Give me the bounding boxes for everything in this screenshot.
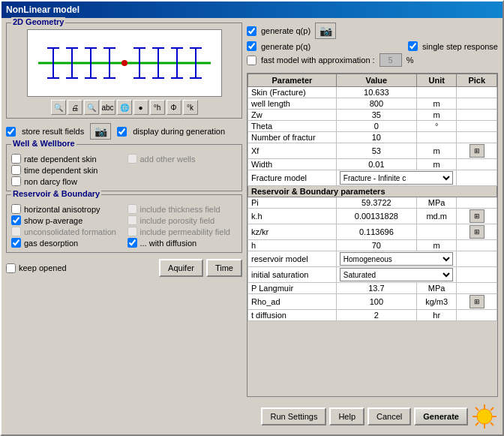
include-porosity-checkbox[interactable] bbox=[128, 215, 137, 225]
value-cell[interactable] bbox=[336, 240, 416, 251]
value-cell[interactable] bbox=[336, 224, 416, 240]
svg-line-31 bbox=[476, 407, 478, 410]
store-fields-checkbox[interactable] bbox=[6, 127, 16, 137]
generate-qp-label: generate q(p) bbox=[261, 26, 310, 35]
unit-cell: m bbox=[416, 159, 457, 170]
run-settings-button[interactable]: Run Settings bbox=[261, 407, 326, 425]
pick-cell bbox=[457, 251, 497, 267]
value-cell[interactable] bbox=[336, 209, 416, 224]
table-row: t diffusion hr bbox=[248, 310, 497, 321]
rate-dependent-checkbox[interactable] bbox=[11, 154, 21, 164]
camera-qp-btn[interactable]: 📷 bbox=[315, 23, 336, 39]
calc-btn-rhoad[interactable]: ⊞ bbox=[470, 295, 484, 308]
horiz-anisotropy-checkbox[interactable] bbox=[11, 204, 21, 214]
time-dependent-checkbox[interactable] bbox=[11, 165, 21, 175]
value-cell[interactable] bbox=[336, 132, 416, 143]
pick-cell bbox=[457, 267, 497, 283]
value-cell[interactable] bbox=[336, 98, 416, 110]
aquifer-button[interactable]: Aquifer bbox=[159, 259, 203, 277]
reservoir-model-select[interactable]: Homogeneous bbox=[340, 252, 454, 266]
single-step-checkbox[interactable] bbox=[408, 41, 418, 51]
h-btn[interactable]: °h bbox=[150, 100, 165, 115]
value-cell[interactable] bbox=[336, 159, 416, 170]
value-cell[interactable] bbox=[336, 283, 416, 294]
value-cell[interactable]: Fracture - Infinite c bbox=[336, 170, 457, 186]
unit-cell: md.m bbox=[416, 209, 457, 224]
non-darcy-label: non darcy flow bbox=[24, 177, 77, 186]
table-row: kz/kr ⊞ bbox=[248, 224, 497, 240]
time-dependent-row: time dependent skin bbox=[11, 165, 122, 175]
pick-cell[interactable]: ⊞ bbox=[457, 209, 497, 224]
keep-opened-label: keep opened bbox=[19, 263, 67, 272]
value-cell[interactable]: Saturated bbox=[336, 267, 457, 283]
zoom-in-btn[interactable]: 🔍 bbox=[84, 100, 99, 115]
zoom-out-btn[interactable]: 🔍 bbox=[51, 100, 66, 115]
show-p-average-checkbox[interactable] bbox=[11, 215, 21, 225]
keep-opened-checkbox[interactable] bbox=[6, 263, 16, 273]
display-during-label: display during generation bbox=[133, 127, 225, 136]
include-permeability-checkbox[interactable] bbox=[128, 227, 137, 236]
add-other-wells-checkbox[interactable] bbox=[128, 154, 137, 164]
calc-btn-kzkr[interactable]: ⊞ bbox=[470, 225, 484, 239]
globe-btn[interactable]: 🌐 bbox=[117, 100, 132, 115]
svg-line-33 bbox=[490, 407, 494, 410]
svg-point-1 bbox=[122, 60, 128, 66]
fracture-model-select[interactable]: Fracture - Infinite c bbox=[340, 171, 454, 185]
percent-input[interactable] bbox=[380, 53, 402, 67]
help-button[interactable]: Help bbox=[329, 407, 364, 425]
fast-model-checkbox[interactable] bbox=[247, 56, 256, 65]
print-btn[interactable]: 🖨 bbox=[68, 100, 82, 115]
value-cell[interactable] bbox=[336, 87, 416, 98]
param-cell: Theta bbox=[248, 121, 337, 132]
initial-saturation-select[interactable]: Saturated bbox=[340, 268, 454, 281]
value-cell[interactable]: Homogeneous bbox=[336, 251, 457, 267]
time-button[interactable]: Time bbox=[206, 259, 242, 277]
circle-btn[interactable]: ● bbox=[134, 100, 148, 115]
include-thickness-checkbox[interactable] bbox=[128, 204, 137, 214]
pick-cell bbox=[457, 310, 497, 321]
well-diagram bbox=[31, 33, 218, 93]
diagram-toolbar: 🔍 🖨 🔍 abc 🌐 ● °h Φ °k bbox=[51, 100, 198, 115]
generate-button[interactable]: Generate bbox=[414, 407, 468, 425]
camera-icon[interactable]: 📷 bbox=[90, 123, 111, 140]
phi-btn[interactable]: Φ bbox=[166, 100, 182, 115]
param-table: Parameter Value Unit Pick Skin (Fracture… bbox=[248, 74, 497, 321]
pick-cell[interactable]: ⊞ bbox=[457, 294, 497, 310]
param-cell: initial saturation bbox=[248, 267, 337, 283]
value-cell[interactable] bbox=[336, 121, 416, 132]
unit-cell bbox=[416, 224, 457, 240]
table-row: h m bbox=[248, 240, 497, 251]
svg-line-32 bbox=[490, 422, 494, 425]
generate-pq-checkbox[interactable] bbox=[247, 41, 256, 51]
param-cell: Zw bbox=[248, 110, 337, 121]
value-cell[interactable] bbox=[336, 143, 416, 159]
label-btn[interactable]: abc bbox=[100, 100, 116, 115]
unconsolidated-label: unconsolidated formation bbox=[24, 227, 116, 236]
with-diffusion-checkbox[interactable] bbox=[128, 238, 137, 248]
include-permeability-label: include permeability field bbox=[140, 227, 230, 236]
value-cell[interactable] bbox=[336, 294, 416, 310]
calc-btn-kh[interactable]: ⊞ bbox=[470, 209, 484, 223]
k-btn[interactable]: °k bbox=[183, 100, 198, 115]
right-panel: generate q(p) 📷 generate p(q) single ste… bbox=[247, 23, 498, 430]
value-cell[interactable] bbox=[336, 197, 416, 209]
gas-desorption-checkbox[interactable] bbox=[11, 238, 21, 248]
calc-btn-xf[interactable]: ⊞ bbox=[470, 144, 484, 158]
cancel-button[interactable]: Cancel bbox=[368, 407, 411, 425]
reservoir-col-left: horizontal anisotropy show p-average unc… bbox=[11, 203, 122, 249]
pick-cell[interactable]: ⊞ bbox=[457, 224, 497, 240]
non-darcy-row: non darcy flow bbox=[11, 176, 122, 186]
display-during-checkbox[interactable] bbox=[117, 127, 127, 137]
show-p-average-label: show p-average bbox=[24, 216, 82, 225]
unconsolidated-checkbox[interactable] bbox=[11, 227, 21, 236]
add-other-wells-label: add other wells bbox=[140, 155, 196, 164]
unit-cell: MPa bbox=[416, 197, 457, 209]
value-cell[interactable] bbox=[336, 110, 416, 121]
generate-qp-checkbox[interactable] bbox=[247, 26, 256, 36]
store-display-row: store result fields 📷 display during gen… bbox=[6, 123, 242, 140]
non-darcy-checkbox[interactable] bbox=[11, 176, 21, 186]
percent-symbol: % bbox=[406, 56, 414, 65]
value-cell[interactable] bbox=[336, 310, 416, 321]
pick-cell[interactable]: ⊞ bbox=[457, 143, 497, 159]
window-title: NonLinear model bbox=[6, 5, 80, 15]
